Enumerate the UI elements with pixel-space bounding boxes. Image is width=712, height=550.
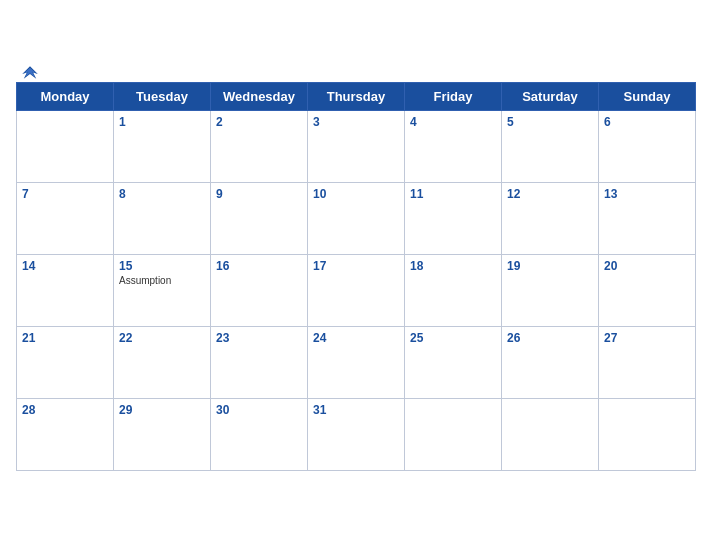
day-number: 16 xyxy=(216,259,302,273)
day-number: 28 xyxy=(22,403,108,417)
calendar-cell xyxy=(17,110,114,182)
calendar-cell xyxy=(502,398,599,470)
day-number: 3 xyxy=(313,115,399,129)
day-number: 8 xyxy=(119,187,205,201)
calendar-week-row: 21222324252627 xyxy=(17,326,696,398)
calendar-cell: 8 xyxy=(114,182,211,254)
weekday-header: Sunday xyxy=(599,82,696,110)
calendar-cell: 17 xyxy=(308,254,405,326)
calendar-cell: 19 xyxy=(502,254,599,326)
weekday-header: Tuesday xyxy=(114,82,211,110)
day-number: 29 xyxy=(119,403,205,417)
day-number: 6 xyxy=(604,115,690,129)
day-number: 14 xyxy=(22,259,108,273)
calendar-cell: 20 xyxy=(599,254,696,326)
calendar-cell xyxy=(599,398,696,470)
calendar-cell: 26 xyxy=(502,326,599,398)
calendar-cell: 15Assumption xyxy=(114,254,211,326)
logo-area xyxy=(16,63,47,85)
day-number: 13 xyxy=(604,187,690,201)
calendar-cell: 30 xyxy=(211,398,308,470)
calendar-table: MondayTuesdayWednesdayThursdayFridaySatu… xyxy=(16,82,696,471)
day-number: 30 xyxy=(216,403,302,417)
day-number: 25 xyxy=(410,331,496,345)
calendar-cell: 27 xyxy=(599,326,696,398)
holiday-label: Assumption xyxy=(119,275,205,286)
weekday-header-row: MondayTuesdayWednesdayThursdayFridaySatu… xyxy=(17,82,696,110)
calendar-cell: 29 xyxy=(114,398,211,470)
day-number: 7 xyxy=(22,187,108,201)
calendar-cell: 3 xyxy=(308,110,405,182)
calendar-cell: 7 xyxy=(17,182,114,254)
day-number: 1 xyxy=(119,115,205,129)
calendar-cell: 2 xyxy=(211,110,308,182)
calendar-week-row: 123456 xyxy=(17,110,696,182)
day-number: 18 xyxy=(410,259,496,273)
calendar-week-row: 1415Assumption1617181920 xyxy=(17,254,696,326)
day-number: 23 xyxy=(216,331,302,345)
weekday-header: Saturday xyxy=(502,82,599,110)
weekday-header: Thursday xyxy=(308,82,405,110)
weekday-header: Monday xyxy=(17,82,114,110)
day-number: 2 xyxy=(216,115,302,129)
calendar-cell: 10 xyxy=(308,182,405,254)
logo-icon xyxy=(16,63,44,85)
calendar-cell: 14 xyxy=(17,254,114,326)
calendar-cell: 22 xyxy=(114,326,211,398)
day-number: 22 xyxy=(119,331,205,345)
day-number: 10 xyxy=(313,187,399,201)
calendar-cell: 9 xyxy=(211,182,308,254)
day-number: 31 xyxy=(313,403,399,417)
calendar-cell: 23 xyxy=(211,326,308,398)
calendar-cell xyxy=(405,398,502,470)
calendar-week-row: 78910111213 xyxy=(17,182,696,254)
day-number: 19 xyxy=(507,259,593,273)
calendar-cell: 6 xyxy=(599,110,696,182)
weekday-header: Wednesday xyxy=(211,82,308,110)
calendar-cell: 16 xyxy=(211,254,308,326)
calendar-cell: 5 xyxy=(502,110,599,182)
day-number: 11 xyxy=(410,187,496,201)
calendar-cell: 12 xyxy=(502,182,599,254)
day-number: 17 xyxy=(313,259,399,273)
day-number: 20 xyxy=(604,259,690,273)
day-number: 4 xyxy=(410,115,496,129)
calendar-cell: 31 xyxy=(308,398,405,470)
calendar-cell: 13 xyxy=(599,182,696,254)
weekday-header: Friday xyxy=(405,82,502,110)
calendar-week-row: 28293031 xyxy=(17,398,696,470)
day-number: 9 xyxy=(216,187,302,201)
day-number: 26 xyxy=(507,331,593,345)
day-number: 12 xyxy=(507,187,593,201)
day-number: 21 xyxy=(22,331,108,345)
calendar-cell: 21 xyxy=(17,326,114,398)
day-number: 24 xyxy=(313,331,399,345)
calendar-cell: 11 xyxy=(405,182,502,254)
day-number: 27 xyxy=(604,331,690,345)
calendar-cell: 24 xyxy=(308,326,405,398)
calendar-cell: 25 xyxy=(405,326,502,398)
calendar-cell: 4 xyxy=(405,110,502,182)
calendar-cell: 1 xyxy=(114,110,211,182)
day-number: 5 xyxy=(507,115,593,129)
day-number: 15 xyxy=(119,259,205,273)
calendar-cell: 18 xyxy=(405,254,502,326)
calendar-cell: 28 xyxy=(17,398,114,470)
calendar-wrapper: MondayTuesdayWednesdayThursdayFridaySatu… xyxy=(0,64,712,487)
